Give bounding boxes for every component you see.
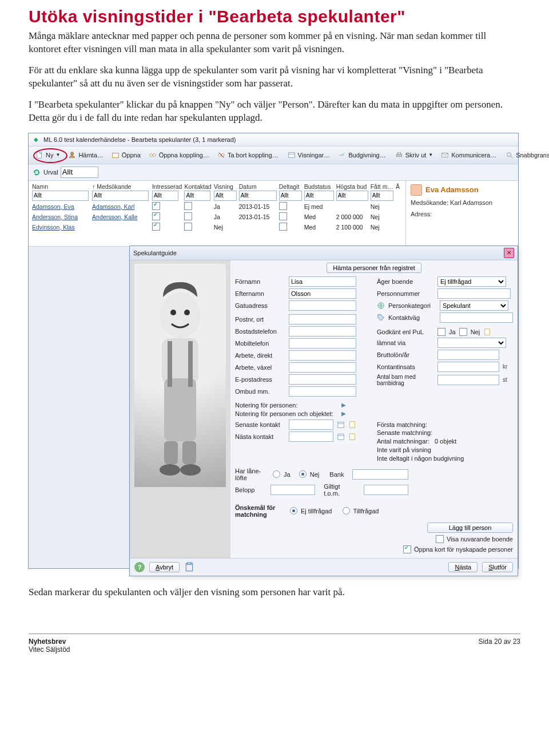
globe-icon[interactable] <box>377 302 385 310</box>
postnr-input[interactable] <box>289 314 356 324</box>
antalbarn-input[interactable] <box>437 375 499 385</box>
lanelofte-ja-radio[interactable] <box>273 470 280 478</box>
refresh-icon[interactable] <box>32 168 41 177</box>
nasta-kontakt-input[interactable] <box>289 432 333 442</box>
bostadstelefon-input[interactable] <box>289 326 356 337</box>
bank-input[interactable] <box>352 469 408 480</box>
giltig-input[interactable] <box>364 485 408 495</box>
filter-vis[interactable] <box>214 191 237 201</box>
close-button[interactable]: ✕ <box>504 248 514 258</box>
tag-icon[interactable] <box>377 314 385 322</box>
checkbox[interactable] <box>152 223 160 231</box>
pul-nej-check[interactable] <box>459 328 467 336</box>
slutfor-button[interactable]: Slutför <box>482 562 513 572</box>
broker-name: Eva Adamsson <box>425 185 479 194</box>
fetch-registry-button[interactable]: Hämta personer från registret <box>327 263 421 273</box>
kontant-input[interactable] <box>437 362 499 372</box>
skrivut-button[interactable]: Skriv ut ▼ <box>392 150 437 160</box>
svg-point-24 <box>160 464 180 476</box>
expand-icon[interactable]: ▶ <box>341 410 346 417</box>
onsk-till-radio[interactable] <box>343 507 350 514</box>
grid-filter-row <box>32 190 402 201</box>
checkbox[interactable] <box>184 202 192 210</box>
senaste-kontakt-input[interactable] <box>289 419 333 430</box>
mobil-input[interactable] <box>289 338 356 349</box>
personkategori-select[interactable]: Spekulant <box>440 300 508 311</box>
table-row[interactable]: Edvinsson, Klas Nej Med2 100 000Nej <box>32 222 402 232</box>
svg-rect-21 <box>188 341 193 387</box>
fornamn-input[interactable] <box>289 276 356 287</box>
checkbox[interactable] <box>152 202 160 210</box>
nasta-button[interactable]: Nästa <box>448 562 478 572</box>
filter-namn[interactable] <box>32 191 89 201</box>
filter-intr[interactable] <box>152 191 178 201</box>
calendar-icon[interactable] <box>337 421 345 429</box>
footer-subtitle: Vitec Säljstöd <box>29 646 70 654</box>
kommunicera-button[interactable]: Kommunicera… <box>437 150 500 160</box>
filter-fat[interactable] <box>371 191 393 201</box>
note-icon[interactable] <box>348 433 356 441</box>
oppna-kort-check[interactable] <box>403 545 411 553</box>
visningar-button[interactable]: Visningar… <box>284 150 334 160</box>
pul-ja-check[interactable] <box>437 328 445 336</box>
checkbox[interactable] <box>279 212 287 220</box>
belopp-input[interactable] <box>270 485 315 495</box>
filter-datum[interactable] <box>239 191 277 201</box>
epost-input[interactable] <box>289 374 356 385</box>
intro-paragraph-3: I "Bearbeta spekulanter" klickar du på k… <box>29 98 520 125</box>
brutto-input[interactable] <box>437 350 499 360</box>
note-icon[interactable] <box>348 421 356 429</box>
checkbox[interactable] <box>184 223 192 231</box>
budgivning-button[interactable]: Budgivning… <box>335 150 389 160</box>
oppna-button[interactable]: Öppna <box>108 150 144 160</box>
help-icon[interactable]: ? <box>134 562 145 572</box>
avatar-icon <box>411 184 422 196</box>
oppna-koppling-button[interactable]: Öppna koppling… <box>145 150 213 160</box>
expand-icon[interactable]: ▶ <box>341 402 346 408</box>
checkbox[interactable] <box>184 212 192 220</box>
table-row[interactable]: Adamsson, EvaAdamsson, Karl Ja2013-01-15… <box>32 201 402 212</box>
filter-med[interactable] <box>92 191 149 201</box>
main-toolbar: Ny ▼ Hämta… Öppna Öppna koppling… Ta bor… <box>29 147 518 164</box>
personnr-input[interactable] <box>437 288 511 299</box>
filter-hog[interactable] <box>336 191 368 201</box>
preview-icon <box>506 151 514 159</box>
snabbgranska-button[interactable]: Snabbgrans <box>502 150 549 160</box>
lamnatvia-select[interactable] <box>437 338 506 348</box>
person-photo <box>134 264 226 487</box>
ager-select[interactable]: Ej tillfrågad <box>437 276 506 287</box>
filter-bud[interactable] <box>304 191 334 201</box>
lagg-till-person-button[interactable]: Lägg till person <box>427 523 513 533</box>
kontaktvag-input[interactable] <box>440 312 513 323</box>
window-title: ML 6.0 test kalenderhändelse - Bearbeta … <box>43 136 236 143</box>
svg-point-15 <box>160 292 201 338</box>
avbryt-button[interactable]: Avbryt <box>149 562 180 572</box>
svg-rect-18 <box>162 338 198 384</box>
checkbox[interactable] <box>279 202 287 210</box>
open-link-icon <box>149 151 157 159</box>
arbete-direkt-input[interactable] <box>289 350 356 361</box>
ombud-input[interactable] <box>289 386 356 397</box>
table-row[interactable]: Andersson, StinaAndersson, Kalle Ja2013-… <box>32 212 402 222</box>
checkbox[interactable] <box>279 223 287 231</box>
calendar-icon[interactable] <box>337 433 345 441</box>
after-paragraph: Sedan markerar du spekulanten och väljer… <box>29 586 520 599</box>
note-icon[interactable] <box>483 328 491 336</box>
gatuadress-input[interactable] <box>289 300 356 311</box>
filter-kont[interactable] <box>184 191 210 201</box>
lanelofte-nej-radio[interactable] <box>299 470 307 478</box>
tabort-koppling-button[interactable]: Ta bort koppling… <box>214 150 282 160</box>
hamta-button[interactable]: Hämta… <box>65 150 106 160</box>
onsk-ej-radio[interactable] <box>290 507 297 514</box>
filter-delt[interactable] <box>279 191 302 201</box>
checkbox[interactable] <box>152 212 160 220</box>
svg-rect-20 <box>168 341 172 387</box>
remove-link-icon <box>217 151 225 159</box>
efternamn-input[interactable] <box>289 288 356 299</box>
urval-input[interactable] <box>61 167 98 178</box>
clipboard-icon[interactable] <box>184 562 194 572</box>
right-button-stack: Lägg till person Visa nuvarande boende Ö… <box>235 523 513 553</box>
visa-boende-check[interactable] <box>436 535 444 543</box>
ny-button[interactable]: Ny ▼ <box>32 150 63 160</box>
arbete-vaxel-input[interactable] <box>289 362 356 373</box>
